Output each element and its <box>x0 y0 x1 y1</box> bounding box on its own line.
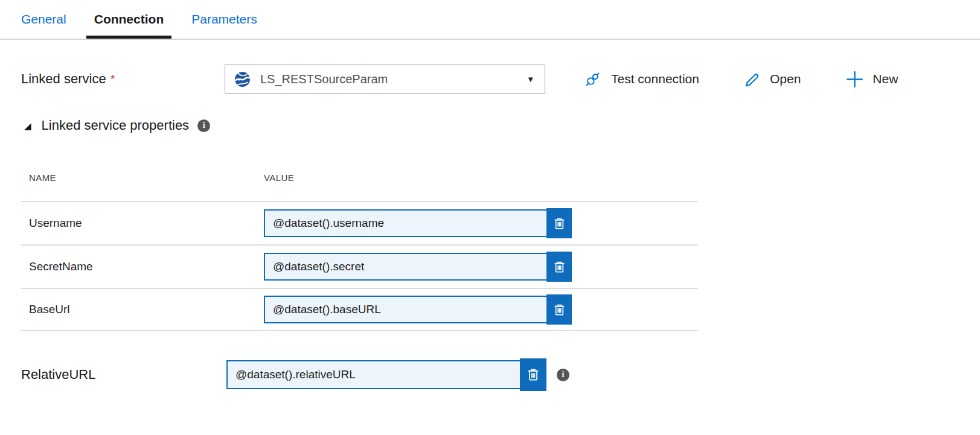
tab-bar: General Connection Parameters <box>0 0 980 40</box>
property-value-input[interactable] <box>264 209 572 237</box>
relative-url-input[interactable] <box>226 360 546 389</box>
delete-button[interactable] <box>546 208 572 238</box>
test-connection-button[interactable]: Test connection <box>583 69 699 89</box>
table-row: Username <box>21 201 698 244</box>
delete-button[interactable] <box>546 294 572 325</box>
table-row: BaseUrl <box>21 288 698 331</box>
linked-service-actions: Test connection Open New <box>583 69 898 89</box>
relative-url-label: RelativeURL <box>21 367 226 383</box>
property-name: SecretName <box>21 260 264 273</box>
property-value-cell <box>264 296 572 323</box>
test-connection-label: Test connection <box>611 72 699 86</box>
linked-service-row: Linked service* LS_RESTSourceParam ▼ Tes… <box>0 65 980 94</box>
linked-service-dropdown[interactable]: LS_RESTSourceParam ▼ <box>225 65 545 94</box>
trash-icon <box>552 259 567 275</box>
open-label: Open <box>770 72 801 86</box>
pencil-icon <box>744 71 761 88</box>
linked-service-properties-header: ◢ Linked service properties i <box>0 118 980 133</box>
property-value-cell <box>264 253 572 281</box>
relative-url-row: RelativeURL i <box>0 360 980 389</box>
property-value-cell <box>264 209 572 237</box>
table-row: SecretName <box>21 244 698 288</box>
section-title: Linked service properties <box>42 118 190 133</box>
open-button[interactable]: Open <box>744 71 801 88</box>
column-header-value: VALUE <box>264 173 294 183</box>
linked-service-label: Linked service* <box>21 71 225 87</box>
property-name: BaseUrl <box>21 303 264 316</box>
delete-button[interactable] <box>520 358 546 391</box>
linked-service-label-text: Linked service <box>21 71 106 86</box>
linked-service-value: LS_RESTSourceParam <box>260 72 388 86</box>
tab-general[interactable]: General <box>21 0 66 39</box>
property-name: Username <box>21 217 264 230</box>
new-button[interactable]: New <box>845 70 898 89</box>
property-value-input[interactable] <box>264 253 572 281</box>
trash-icon <box>525 367 541 383</box>
info-icon[interactable]: i <box>557 369 569 381</box>
info-icon[interactable]: i <box>197 119 210 132</box>
linked-service-properties-table: NAME VALUE Username SecretName <box>21 154 698 331</box>
plus-icon <box>845 70 864 89</box>
rest-connector-icon <box>234 71 251 87</box>
tab-parameters[interactable]: Parameters <box>191 0 257 39</box>
column-header-name: NAME <box>21 173 264 183</box>
section-expander-triangle-icon[interactable]: ◢ <box>24 121 31 130</box>
required-asterisk: * <box>110 72 115 86</box>
tab-connection[interactable]: Connection <box>94 0 164 39</box>
trash-icon <box>552 302 567 317</box>
new-label: New <box>873 72 898 86</box>
trash-icon <box>552 216 567 231</box>
delete-button[interactable] <box>546 252 572 282</box>
table-header-row: NAME VALUE <box>21 154 698 201</box>
relative-url-value-cell <box>226 360 546 389</box>
chevron-down-icon: ▼ <box>527 75 534 84</box>
plug-icon <box>583 69 603 89</box>
property-value-input[interactable] <box>264 296 572 323</box>
